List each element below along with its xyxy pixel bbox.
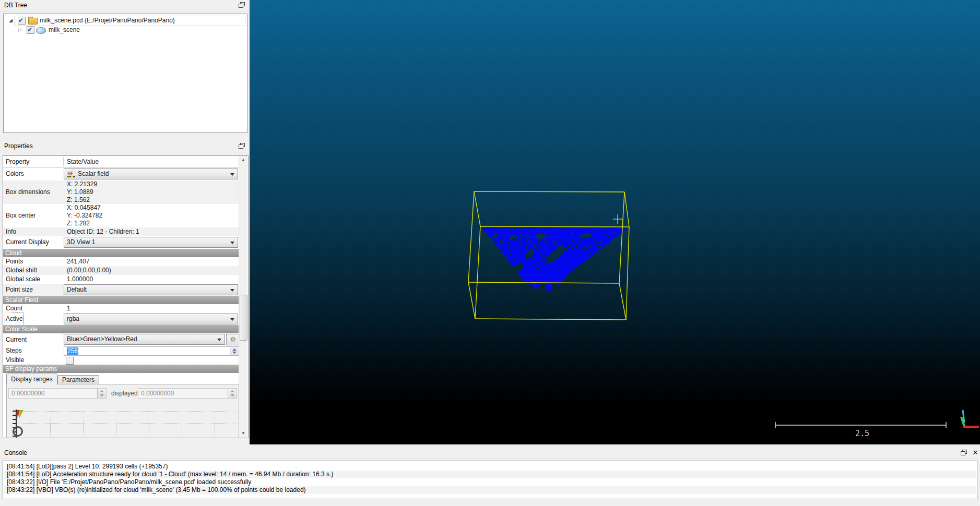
property-label: Current [6, 333, 27, 346]
table-row: Points 241,407 [3, 257, 239, 266]
scale-bar [775, 422, 946, 428]
3d-scene: 2.5 [250, 0, 980, 444]
current-display-dropdown[interactable]: 3D View 1 [64, 237, 238, 248]
steps-spinbox[interactable]: 256 [64, 346, 239, 356]
section-header-color-scale: Color Scale [3, 325, 241, 333]
spinner-arrows[interactable] [230, 347, 239, 355]
gear-icon[interactable]: ⚙ [226, 334, 240, 345]
column-separator [63, 157, 64, 166]
cloudcompare-window: DB Tree milk_scene.pcd (E:/Projet/PanoPa… [0, 0, 980, 506]
chevron-down-icon [230, 173, 234, 176]
db-tree: milk_scene.pcd (E:/Projet/PanoPano/PanoP… [3, 14, 247, 133]
histogram-slider-marker[interactable] [17, 410, 24, 419]
scroll-down-arrow[interactable]: ▼ [239, 429, 247, 438]
spinner-arrows [97, 389, 106, 398]
table-row: Global shift (0.00;0.00;0.00) [3, 266, 239, 275]
property-label: Colors [6, 168, 24, 180]
expanded-arrow-icon[interactable] [9, 19, 13, 22]
spinner-arrows [228, 389, 237, 398]
properties-table: Property State/Value Colors SF Scalar fi… [3, 155, 249, 438]
active-scalar-field-dropdown[interactable]: rgba [64, 314, 238, 324]
gridline [16, 423, 235, 424]
range-max-spinbox[interactable]: 0.00000000 [138, 388, 237, 399]
chevron-down-icon [230, 242, 234, 244]
property-label: Visible [6, 356, 24, 365]
point-size-dropdown[interactable]: Default [64, 284, 238, 295]
range-min-spinbox[interactable]: 0.00000000 [8, 388, 107, 399]
dropdown-value: rgba [67, 315, 79, 322]
point-cloud-icon [36, 27, 46, 34]
collapsed-arrow-icon[interactable]: ▷ [18, 25, 22, 34]
3d-viewport[interactable]: 2.5 [250, 0, 980, 444]
gridline [16, 411, 235, 412]
console-line: [08:41:54] [LoD] Acceleration structure … [4, 471, 976, 478]
scale-bar-label: 2.5 [855, 429, 869, 438]
property-value: X: 2.21329 [67, 180, 97, 188]
point-cloud [481, 227, 627, 292]
range-min-value: 0.00000000 [11, 390, 44, 397]
crosshair-cursor [613, 214, 623, 224]
visible-checkbox[interactable] [66, 357, 74, 365]
scrollbar-thumb[interactable] [240, 295, 247, 341]
dropdown-value: Scalar field [78, 170, 109, 177]
property-label: Box dimensions [6, 188, 50, 196]
property-value: Y: 1.0889 [67, 188, 93, 196]
table-row: Global scale 1.000000 [3, 275, 239, 284]
table-row: Box center X: 0.045847 Y: -0.324782 Z: 1… [3, 204, 239, 227]
column-header[interactable]: Property [6, 156, 29, 167]
property-value: X: 0.045847 [67, 204, 101, 211]
colors-dropdown[interactable]: SF Scalar field [64, 168, 238, 179]
property-value: 1.000000 [67, 275, 93, 284]
console-line: [08:41:54] [LoD][pass 2] Level 10: 29919… [4, 463, 976, 471]
property-label: Info [6, 227, 16, 236]
property-value: Y: -0.324782 [67, 212, 102, 219]
tree-item-cloud[interactable]: ▷ milk_scene [4, 25, 247, 34]
property-value: (0.00;0.00;0.00) [67, 266, 111, 275]
console-log[interactable]: [08:41:54] [LoD][pass 2] Level 10: 29919… [3, 461, 977, 499]
float-panel-icon[interactable] [961, 450, 967, 455]
tree-item-label[interactable]: milk_scene [49, 25, 80, 34]
chevron-down-icon [230, 289, 234, 292]
tree-item-label[interactable]: milk_scene.pcd (E:/Projet/PanoPano/PanoP… [40, 16, 175, 25]
property-label: Global scale [6, 275, 40, 284]
column-header[interactable]: State/Value [67, 156, 99, 167]
float-panel-icon[interactable] [239, 2, 245, 8]
properties-scrollbar[interactable]: ▲ ▼ [239, 156, 247, 438]
section-header-scalar-field: Scalar Field [3, 296, 241, 304]
tree-item-file[interactable]: milk_scene.pcd (E:/Projet/PanoPano/PanoP… [4, 16, 247, 25]
visibility-checkbox[interactable] [18, 17, 26, 25]
histogram-circle-marker[interactable] [13, 426, 23, 437]
table-header-row: Property State/Value [3, 156, 239, 168]
chevron-down-icon [230, 318, 234, 321]
dropdown-value: 3D View 1 [67, 238, 95, 246]
gridline [50, 411, 51, 437]
gridline [83, 411, 84, 437]
tab-display-ranges[interactable]: Display ranges [6, 374, 57, 384]
section-header-sf-display: SF display params [3, 365, 241, 373]
property-label: Point size [6, 284, 33, 296]
divider [0, 459, 980, 459]
color-scale-dropdown[interactable]: Blue>Green>Yellow>Red [64, 334, 225, 345]
property-label: Steps [6, 346, 22, 356]
console-line: [08:43:22] [I/O] File 'E:/Projet/PanoPan… [4, 478, 976, 486]
property-value: 241,407 [67, 257, 89, 266]
tab-parameters[interactable]: Parameters [57, 375, 99, 384]
properties-panel-title: Properties [0, 141, 250, 151]
visibility-checkbox[interactable] [27, 26, 34, 34]
property-label: Global shift [6, 266, 37, 275]
property-value: Z: 1.282 [67, 220, 90, 227]
table-row: Count 1 [3, 304, 239, 313]
scroll-up-arrow[interactable]: ▲ [239, 156, 247, 164]
gridline [182, 411, 182, 437]
table-row: Box dimensions X: 2.21329 Y: 1.0889 Z: 1… [3, 180, 239, 204]
scalar-field-icon: SF [67, 170, 76, 177]
property-value: Object ID: 12 - Children: 1 [67, 227, 139, 236]
dropdown-value: Default [67, 286, 87, 293]
axis-indicator-icon [961, 410, 979, 427]
divider [0, 152, 250, 152]
console-line: [08:43:22] [VBO] VBO(s) (re)initialized … [4, 486, 976, 494]
close-icon[interactable]: ✕ [972, 449, 979, 456]
table-row: Info Object ID: 12 - Children: 1 [3, 227, 239, 236]
float-panel-icon[interactable] [239, 143, 245, 149]
section-header-cloud: Cloud [3, 249, 241, 257]
